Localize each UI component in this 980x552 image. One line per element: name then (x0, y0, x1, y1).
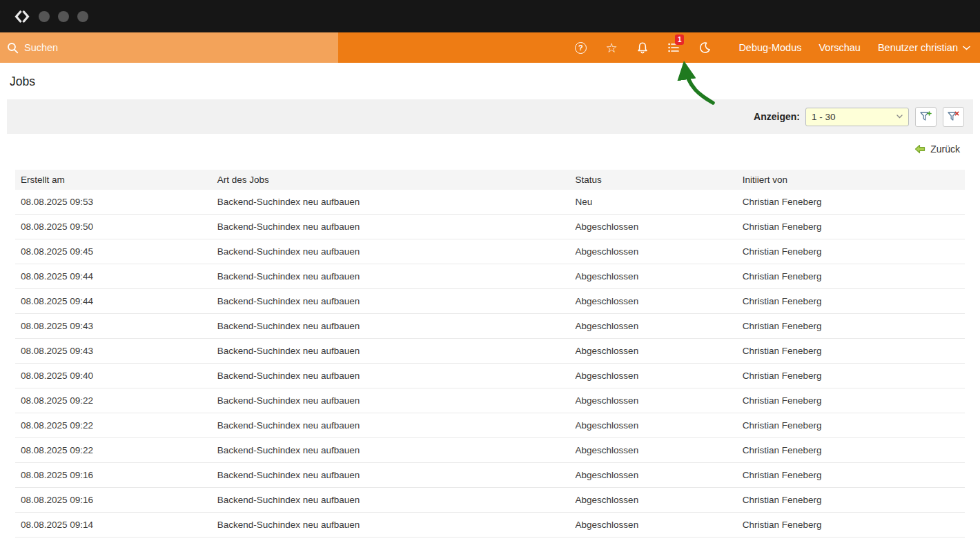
page-title: Jobs (10, 75, 980, 89)
cell-job-type: Backend-Suchindex neu aufbauen (212, 215, 570, 239)
moon-icon[interactable] (698, 41, 712, 55)
main-header: ? ☆ 1 Debug-Modu (0, 32, 980, 63)
cell-job-type: Backend-Suchindex neu aufbauen (212, 314, 570, 339)
cell-initiator: Christian Feneberg (737, 314, 965, 339)
titlebar-dot (39, 11, 50, 22)
table-row[interactable]: 08.08.2025 09:44 Backend-Suchindex neu a… (15, 264, 965, 289)
cell-status: Abgeschlossen (570, 289, 737, 314)
cell-created-at: 08.08.2025 09:22 (15, 438, 212, 463)
cell-status: Abgeschlossen (570, 215, 737, 239)
cell-initiator: Christian Feneberg (737, 339, 965, 364)
table-row[interactable]: 08.08.2025 09:16 Backend-Suchindex neu a… (15, 463, 965, 488)
cell-job-type: Backend-Suchindex neu aufbauen (212, 463, 570, 488)
titlebar-dot (77, 11, 88, 22)
cell-status: Abgeschlossen (570, 513, 737, 538)
header-actions: ? ☆ 1 Debug-Modu (574, 32, 980, 63)
back-label: Zurück (930, 144, 960, 155)
scheduled-tasks-icon[interactable]: 1 (667, 41, 680, 55)
jobs-badge: 1 (675, 34, 684, 45)
back-arrow-icon (914, 144, 925, 154)
funnel-clear-icon (948, 111, 959, 122)
bell-icon[interactable] (636, 41, 649, 55)
chevron-down-icon (963, 46, 970, 50)
user-menu[interactable]: Benutzer christian (878, 42, 970, 53)
clear-filter-button[interactable] (943, 107, 964, 127)
cell-status: Abgeschlossen (570, 314, 737, 339)
search-input[interactable] (24, 42, 331, 53)
search-icon (7, 42, 19, 54)
cell-job-type: Backend-Suchindex neu aufbauen (212, 364, 570, 388)
cell-job-type: Backend-Suchindex neu aufbauen (212, 488, 570, 513)
back-link[interactable]: Zurück (0, 142, 960, 156)
cell-status: Neu (570, 190, 737, 215)
cell-job-type: Backend-Suchindex neu aufbauen (212, 190, 570, 215)
search-bar[interactable] (0, 32, 338, 63)
cell-created-at: 08.08.2025 09:14 (15, 513, 212, 538)
page-range-value: 1 - 30 (812, 112, 836, 122)
cell-initiator: Christian Feneberg (737, 388, 965, 413)
cell-initiator: Christian Feneberg (737, 488, 965, 513)
show-label: Anzeigen: (754, 111, 800, 122)
col-header-created[interactable]: Erstellt am (15, 170, 212, 190)
table-row[interactable]: 08.08.2025 09:40 Backend-Suchindex neu a… (15, 364, 965, 388)
table-row[interactable]: 08.08.2025 09:22 Backend-Suchindex neu a… (15, 388, 965, 413)
cell-created-at: 08.08.2025 09:50 (15, 215, 212, 239)
add-filter-button[interactable] (915, 107, 937, 127)
table-row[interactable]: 08.08.2025 09:14 Backend-Suchindex neu a… (15, 513, 965, 538)
table-row[interactable]: 08.08.2025 09:53 Backend-Suchindex neu a… (15, 190, 965, 215)
cell-initiator: Christian Feneberg (737, 264, 965, 289)
cell-job-type: Backend-Suchindex neu aufbauen (212, 388, 570, 413)
table-header-row: Erstellt am Art des Jobs Status Initiier… (15, 170, 965, 190)
cell-created-at: 08.08.2025 09:40 (15, 364, 212, 388)
app-logo-icon (14, 8, 30, 25)
funnel-plus-icon (920, 111, 932, 122)
cell-initiator: Christian Feneberg (737, 513, 965, 538)
cell-status: Abgeschlossen (570, 488, 737, 513)
cell-status: Abgeschlossen (570, 438, 737, 463)
cell-initiator: Christian Feneberg (737, 190, 965, 215)
window-titlebar (0, 0, 980, 32)
titlebar-dot (58, 11, 69, 22)
jobs-table-body: 08.08.2025 09:53 Backend-Suchindex neu a… (15, 190, 965, 538)
debug-mode-link[interactable]: Debug-Modus (738, 42, 801, 53)
table-row[interactable]: 08.08.2025 09:50 Backend-Suchindex neu a… (15, 215, 965, 239)
cell-status: Abgeschlossen (570, 239, 737, 264)
jobs-table: Erstellt am Art des Jobs Status Initiier… (15, 170, 965, 538)
cell-created-at: 08.08.2025 09:16 (15, 488, 212, 513)
cell-initiator: Christian Feneberg (737, 289, 965, 314)
chevron-down-icon (896, 115, 903, 119)
table-row[interactable]: 08.08.2025 09:43 Backend-Suchindex neu a… (15, 339, 965, 364)
grid-toolbar: Anzeigen: 1 - 30 (7, 99, 973, 134)
cell-created-at: 08.08.2025 09:44 (15, 289, 212, 314)
table-row[interactable]: 08.08.2025 09:16 Backend-Suchindex neu a… (15, 488, 965, 513)
cell-status: Abgeschlossen (570, 388, 737, 413)
cell-created-at: 08.08.2025 09:43 (15, 314, 212, 339)
help-icon[interactable]: ? (574, 41, 587, 55)
table-row[interactable]: 08.08.2025 09:44 Backend-Suchindex neu a… (15, 289, 965, 314)
table-row[interactable]: 08.08.2025 09:22 Backend-Suchindex neu a… (15, 413, 965, 438)
table-row[interactable]: 08.08.2025 09:45 Backend-Suchindex neu a… (15, 239, 965, 264)
cell-status: Abgeschlossen (570, 339, 737, 364)
star-icon[interactable]: ☆ (605, 41, 618, 55)
page-range-select[interactable]: 1 - 30 (805, 108, 909, 126)
cell-created-at: 08.08.2025 09:22 (15, 413, 212, 438)
cell-initiator: Christian Feneberg (737, 413, 965, 438)
cell-status: Abgeschlossen (570, 364, 737, 388)
cell-job-type: Backend-Suchindex neu aufbauen (212, 239, 570, 264)
table-row[interactable]: 08.08.2025 09:22 Backend-Suchindex neu a… (15, 438, 965, 463)
col-header-jobtype[interactable]: Art des Jobs (212, 170, 570, 190)
cell-created-at: 08.08.2025 09:45 (15, 239, 212, 264)
cell-job-type: Backend-Suchindex neu aufbauen (212, 413, 570, 438)
col-header-initiator[interactable]: Initiiert von (737, 170, 965, 190)
cell-status: Abgeschlossen (570, 463, 737, 488)
table-row[interactable]: 08.08.2025 09:43 Backend-Suchindex neu a… (15, 314, 965, 339)
cell-status: Abgeschlossen (570, 413, 737, 438)
preview-link[interactable]: Vorschau (819, 42, 860, 53)
cell-initiator: Christian Feneberg (737, 215, 965, 239)
cell-initiator: Christian Feneberg (737, 239, 965, 264)
col-header-status[interactable]: Status (570, 170, 737, 190)
cell-job-type: Backend-Suchindex neu aufbauen (212, 339, 570, 364)
cell-job-type: Backend-Suchindex neu aufbauen (212, 513, 570, 538)
cell-created-at: 08.08.2025 09:53 (15, 190, 212, 215)
cell-initiator: Christian Feneberg (737, 438, 965, 463)
